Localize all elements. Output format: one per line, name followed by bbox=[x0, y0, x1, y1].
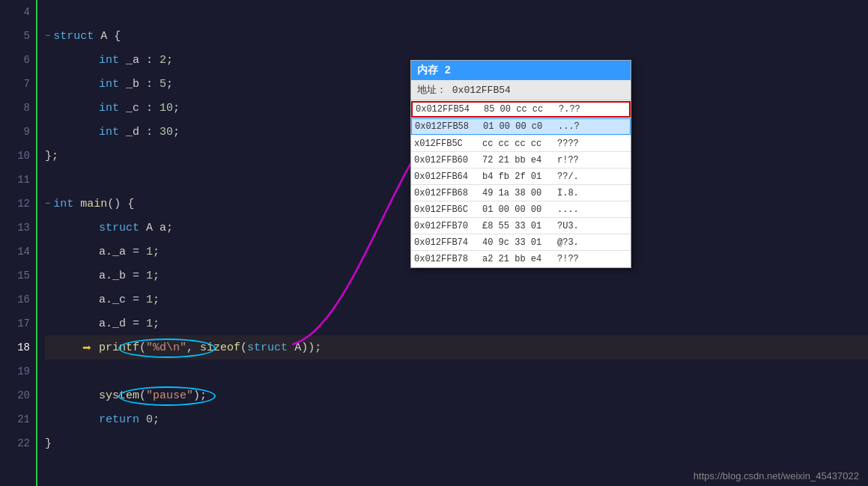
code-line-17: a._d = 1 ; bbox=[45, 312, 868, 335]
collapse-btn-5[interactable]: − bbox=[45, 31, 50, 41]
line-num-22: 22 bbox=[0, 431, 36, 455]
code-line-20: system ( "pause" ); bbox=[45, 383, 868, 407]
kw-struct-5: struct bbox=[53, 30, 94, 43]
memory-row-2: x012FFB5C cc cc cc cc ???? bbox=[411, 136, 631, 152]
line-num-13: 13 bbox=[0, 216, 36, 240]
kw-int-12: int bbox=[53, 198, 73, 210]
line-num-12: 12 bbox=[0, 192, 36, 216]
line-num-11: 11 bbox=[0, 168, 36, 192]
memory-row-5: 0x012FFB68 49 1a 38 00 I.8. bbox=[411, 185, 631, 201]
kw-int-7: int bbox=[99, 78, 119, 91]
kw-int-8: int bbox=[99, 102, 119, 115]
collapse-btn-12[interactable]: − bbox=[45, 198, 50, 209]
memory-row-0: 0x012FFB54 85 00 cc cc ?.?? bbox=[411, 101, 631, 118]
line-num-7: 7 bbox=[0, 72, 36, 96]
memory-address-bar: 地址： 0x012FFB54 bbox=[411, 80, 631, 100]
line-num-4: 4 bbox=[0, 0, 36, 24]
line-num-5: 5 bbox=[0, 24, 36, 48]
memory-row-1: 0x012FFB58 01 00 00 c0 ...? bbox=[411, 118, 631, 135]
code-line-18: ➡ printf ( "%d\n" , sizeof ( struct A)); bbox=[45, 335, 868, 359]
line-num-21: 21 bbox=[0, 407, 36, 431]
editor-container: 4 5 6 7 8 9 10 11 12 13 14 15 16 17 18 1… bbox=[0, 0, 868, 486]
code-line-22: } bbox=[45, 431, 868, 455]
memory-row-9: 0x012FFB78 a2 21 bb e4 ?!?? bbox=[411, 251, 631, 267]
line-num-6: 6 bbox=[0, 48, 36, 72]
memory-row-8: 0x012FFB74 40 9c 33 01 @?3. bbox=[411, 234, 631, 251]
kw-int-9: int bbox=[99, 126, 119, 139]
memory-row-3: 0x012FFB60 72 21 bb e4 r!?? bbox=[411, 152, 631, 168]
code-line-16: a._c = 1 ; bbox=[45, 288, 868, 312]
kw-int-6: int bbox=[99, 54, 119, 67]
watermark: https://blog.csdn.net/weixin_45437022 bbox=[694, 470, 859, 482]
memory-row-7: 0x012FFB70 £8 55 33 01 ?U3. bbox=[411, 218, 631, 234]
memory-row-6: 0x012FFB6C 01 00 00 00 .... bbox=[411, 201, 631, 218]
line-num-14: 14 bbox=[0, 240, 36, 264]
line-num-15: 15 bbox=[0, 264, 36, 288]
line-num-10: 10 bbox=[0, 144, 36, 168]
code-line-4 bbox=[45, 0, 868, 24]
code-line-5: − struct A { bbox=[45, 24, 868, 48]
memory-rows: 0x012FFB54 85 00 cc cc ?.?? 0x012FFB58 0… bbox=[411, 101, 631, 267]
line-gutter: 4 5 6 7 8 9 10 11 12 13 14 15 16 17 18 1… bbox=[0, 0, 37, 486]
line-num-8: 8 bbox=[0, 96, 36, 120]
memory-popup: 内存 2 地址： 0x012FFB54 0x012FFB54 85 00 cc … bbox=[410, 60, 631, 268]
line-num-9: 9 bbox=[0, 120, 36, 144]
line-num-16: 16 bbox=[0, 288, 36, 312]
code-line-21: return 0 ; bbox=[45, 407, 868, 431]
memory-popup-title: 内存 2 bbox=[411, 61, 631, 80]
code-line-19 bbox=[45, 359, 868, 383]
memory-row-4: 0x012FFB64 b4 fb 2f 01 ??/. bbox=[411, 168, 631, 185]
line-num-20: 20 bbox=[0, 383, 36, 407]
execution-arrow: ➡ bbox=[82, 340, 91, 357]
